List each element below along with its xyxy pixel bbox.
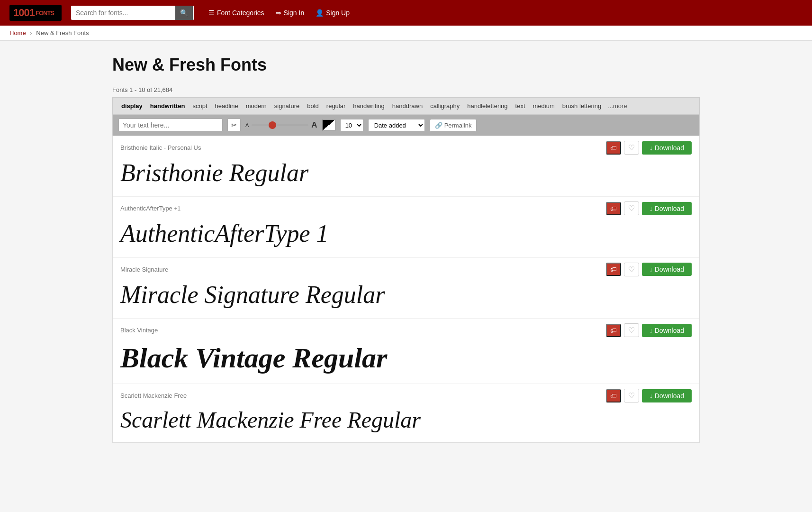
download-button[interactable]: ↓ Download: [642, 202, 692, 215]
tag-more[interactable]: ...more: [608, 102, 627, 110]
breadcrumb-home[interactable]: Home: [9, 29, 26, 37]
font-label: Black Vintage: [120, 327, 158, 334]
tag-medium[interactable]: medium: [530, 101, 558, 110]
font-label: Scarlett Mackenzie Free: [120, 392, 187, 399]
text-preview-input[interactable]: [118, 119, 223, 132]
font-preview: Scarlett Mackenzie Free Regular: [120, 404, 692, 438]
font-count: Fonts 1 - 10 of 21,684: [112, 86, 700, 93]
download-icon: ↓: [650, 327, 653, 334]
download-button[interactable]: ↓ Download: [642, 324, 692, 337]
tag-headline[interactable]: headline: [212, 101, 241, 110]
font-variant-count: +1: [174, 205, 180, 212]
color-picker[interactable]: [322, 119, 335, 131]
search-input[interactable]: [71, 6, 175, 20]
favorite-button[interactable]: ♡: [624, 389, 639, 402]
font-actions: 🏷 ♡ ↓ Download: [606, 263, 692, 276]
font-label: AuthenticAfterType +1: [120, 205, 180, 212]
favorite-button[interactable]: ♡: [624, 323, 639, 337]
link-icon: 🔗: [435, 122, 442, 129]
favorite-button[interactable]: ♡: [624, 263, 639, 276]
size-large-label: A: [311, 120, 317, 130]
tag-button[interactable]: 🏷: [606, 263, 621, 276]
tag-signature[interactable]: signature: [271, 101, 302, 110]
tag-button[interactable]: 🏷: [606, 324, 621, 337]
font-actions: 🏷 ♡ ↓ Download: [606, 389, 692, 402]
font-preview: Black Vintage Regular: [120, 339, 692, 379]
font-meta: Miracle Signature 🏷 ♡ ↓ Download: [120, 263, 692, 276]
main-nav: ☰ Font Categories ⇒ Sign In 👤 Sign Up: [208, 9, 350, 17]
breadcrumb-current: New & Fresh Fonts: [36, 29, 89, 37]
main-content: New & Fresh Fonts Fonts 1 - 10 of 21,684…: [103, 41, 709, 457]
tag-handwriting[interactable]: handwriting: [350, 101, 388, 110]
tag-calligraphy[interactable]: calligraphy: [427, 101, 462, 110]
font-meta: Bristhonie Italic - Personal Us 🏷 ♡ ↓ Do…: [120, 141, 692, 155]
font-entry: Black Vintage 🏷 ♡ ↓ Download Black Vinta…: [113, 319, 699, 384]
favorite-button[interactable]: ♡: [624, 141, 639, 155]
font-actions: 🏷 ♡ ↓ Download: [606, 201, 692, 215]
size-small-label: A: [245, 122, 249, 128]
download-button[interactable]: ↓ Download: [642, 263, 692, 276]
font-actions: 🏷 ♡ ↓ Download: [606, 323, 692, 337]
font-preview: Bristhonie Regular: [120, 156, 692, 192]
header: 1001 FONTS 🔍 ☰ Font Categories ⇒ Sign In…: [0, 0, 812, 26]
size-slider[interactable]: [252, 124, 308, 126]
user-icon: 👤: [316, 9, 324, 17]
font-actions: 🏷 ♡ ↓ Download: [606, 141, 692, 155]
font-list: Bristhonie Italic - Personal Us 🏷 ♡ ↓ Do…: [112, 136, 700, 443]
tag-button[interactable]: 🏷: [606, 141, 621, 155]
font-label: Bristhonie Italic - Personal Us: [120, 144, 201, 151]
nav-sign-in[interactable]: ⇒ Sign In: [276, 9, 305, 17]
filter-tags: display handwritten script headline mode…: [113, 98, 699, 115]
site-logo[interactable]: 1001 FONTS: [9, 5, 62, 21]
tag-modern[interactable]: modern: [243, 101, 270, 110]
tag-handwritten[interactable]: handwritten: [147, 101, 188, 110]
logo-sub: FONTS: [36, 9, 54, 17]
tag-button[interactable]: 🏷: [606, 202, 621, 215]
download-button[interactable]: ↓ Download: [642, 141, 692, 155]
filters-toolbar-wrapper: display handwritten script headline mode…: [112, 97, 700, 136]
signin-icon: ⇒: [276, 9, 281, 17]
search-bar: 🔍: [71, 6, 194, 20]
scissors-button[interactable]: ✂: [227, 119, 241, 132]
download-icon: ↓: [650, 265, 653, 273]
nav-font-categories[interactable]: ☰ Font Categories: [208, 9, 264, 17]
tag-button[interactable]: 🏷: [606, 389, 621, 402]
tag-script[interactable]: script: [189, 101, 210, 110]
tag-text[interactable]: text: [513, 101, 528, 110]
font-preview: Miracle Signature Regular: [120, 278, 692, 313]
download-button[interactable]: ↓ Download: [642, 389, 692, 402]
breadcrumb: Home › New & Fresh Fonts: [0, 26, 812, 41]
page-title: New & Fresh Fonts: [112, 55, 700, 75]
size-slider-container: A A: [245, 120, 317, 130]
font-meta: AuthenticAfterType +1 🏷 ♡ ↓ Download: [120, 201, 692, 215]
font-meta: Scarlett Mackenzie Free 🏷 ♡ ↓ Download: [120, 389, 692, 402]
search-button[interactable]: 🔍: [175, 6, 193, 20]
font-entry: Bristhonie Italic - Personal Us 🏷 ♡ ↓ Do…: [113, 136, 699, 197]
permalink-button[interactable]: 🔗 Permalink: [430, 119, 477, 132]
download-icon: ↓: [650, 144, 653, 152]
nav-sign-up[interactable]: 👤 Sign Up: [316, 9, 350, 17]
download-icon: ↓: [650, 205, 653, 212]
logo-text: 1001: [13, 7, 35, 19]
font-entry: Scarlett Mackenzie Free 🏷 ♡ ↓ Download S…: [113, 384, 699, 442]
font-meta: Black Vintage 🏷 ♡ ↓ Download: [120, 323, 692, 337]
font-size-select[interactable]: 8 10 12 14 18 24 36 48 60 72: [340, 119, 363, 132]
preview-toolbar: ✂ A A 8 10 12 14 18 24 36 48 60 72 Date …: [113, 115, 699, 136]
font-preview: AuthenticAfterType 1: [120, 217, 692, 252]
tag-handdrawn[interactable]: handdrawn: [389, 101, 425, 110]
tag-handlelettering[interactable]: handlelettering: [464, 101, 510, 110]
font-entry: Miracle Signature 🏷 ♡ ↓ Download Miracle…: [113, 258, 699, 319]
font-label: Miracle Signature: [120, 266, 168, 273]
breadcrumb-separator: ›: [30, 29, 32, 37]
sort-select[interactable]: Date added Most popular Alphabetical: [368, 119, 425, 132]
font-entry: AuthenticAfterType +1 🏷 ♡ ↓ Download Aut…: [113, 197, 699, 257]
tag-bold[interactable]: bold: [304, 101, 322, 110]
download-icon: ↓: [650, 392, 653, 400]
menu-icon: ☰: [208, 9, 215, 17]
tag-regular[interactable]: regular: [324, 101, 348, 110]
tag-display[interactable]: display: [118, 101, 145, 110]
tag-brush-lettering[interactable]: brush lettering: [559, 101, 604, 110]
favorite-button[interactable]: ♡: [624, 201, 639, 215]
